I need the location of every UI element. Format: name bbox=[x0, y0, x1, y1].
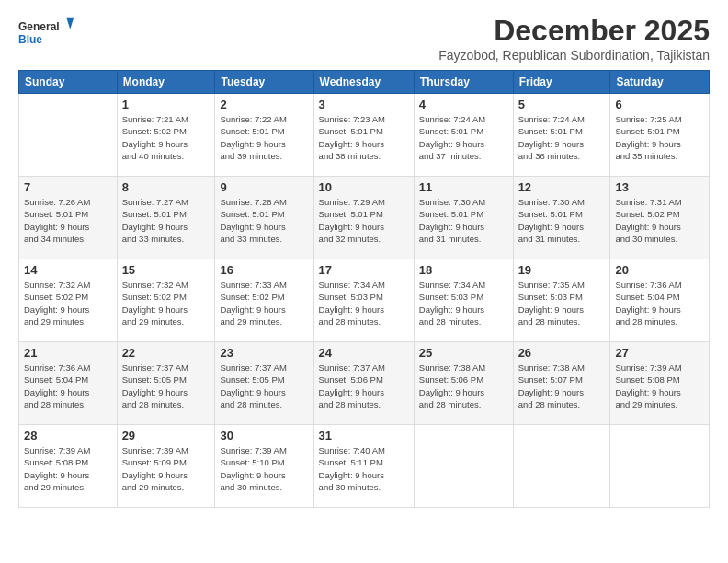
day-info: Sunrise: 7:25 AM Sunset: 5:01 PM Dayligh… bbox=[615, 113, 704, 162]
day-cell: 26Sunrise: 7:38 AM Sunset: 5:07 PM Dayli… bbox=[513, 342, 610, 425]
day-cell bbox=[414, 425, 513, 508]
day-cell: 7Sunrise: 7:26 AM Sunset: 5:01 PM Daylig… bbox=[19, 177, 118, 259]
svg-text:Blue: Blue bbox=[18, 33, 42, 46]
day-cell: 17Sunrise: 7:34 AM Sunset: 5:03 PM Dayli… bbox=[313, 259, 414, 342]
day-number: 29 bbox=[122, 429, 210, 442]
day-number: 19 bbox=[518, 263, 606, 277]
week-row-1: 1Sunrise: 7:21 AM Sunset: 5:02 PM Daylig… bbox=[19, 94, 710, 177]
day-info: Sunrise: 7:31 AM Sunset: 5:02 PM Dayligh… bbox=[615, 196, 704, 245]
svg-marker-2 bbox=[67, 18, 74, 29]
day-info: Sunrise: 7:30 AM Sunset: 5:01 PM Dayligh… bbox=[419, 196, 508, 245]
day-cell: 9Sunrise: 7:28 AM Sunset: 5:01 PM Daylig… bbox=[215, 177, 313, 259]
day-info: Sunrise: 7:36 AM Sunset: 5:04 PM Dayligh… bbox=[615, 279, 704, 327]
day-cell: 19Sunrise: 7:35 AM Sunset: 5:03 PM Dayli… bbox=[513, 259, 610, 342]
day-number: 23 bbox=[220, 346, 308, 360]
day-cell: 21Sunrise: 7:36 AM Sunset: 5:04 PM Dayli… bbox=[19, 342, 118, 425]
day-cell: 29Sunrise: 7:39 AM Sunset: 5:09 PM Dayli… bbox=[117, 425, 215, 508]
day-info: Sunrise: 7:29 AM Sunset: 5:01 PM Dayligh… bbox=[319, 196, 409, 245]
day-info: Sunrise: 7:22 AM Sunset: 5:01 PM Dayligh… bbox=[220, 113, 308, 162]
day-number: 2 bbox=[220, 98, 308, 111]
header: General Blue December 2025 Fayzobod, Rep… bbox=[18, 14, 710, 63]
day-number: 6 bbox=[615, 98, 704, 111]
weekday-header-sunday: Sunday bbox=[19, 71, 118, 94]
day-number: 16 bbox=[220, 263, 308, 277]
logo: General Blue bbox=[18, 14, 74, 51]
weekday-header-friday: Friday bbox=[513, 71, 610, 94]
week-row-4: 21Sunrise: 7:36 AM Sunset: 5:04 PM Dayli… bbox=[19, 342, 710, 425]
day-cell: 31Sunrise: 7:40 AM Sunset: 5:11 PM Dayli… bbox=[313, 425, 414, 508]
day-number: 27 bbox=[615, 346, 704, 360]
day-info: Sunrise: 7:23 AM Sunset: 5:01 PM Dayligh… bbox=[319, 113, 409, 162]
day-cell bbox=[610, 425, 710, 508]
day-number: 26 bbox=[518, 346, 606, 360]
day-cell: 8Sunrise: 7:27 AM Sunset: 5:01 PM Daylig… bbox=[117, 177, 215, 259]
page: General Blue December 2025 Fayzobod, Rep… bbox=[0, 0, 728, 563]
day-cell: 18Sunrise: 7:34 AM Sunset: 5:03 PM Dayli… bbox=[414, 259, 513, 342]
day-number: 15 bbox=[122, 263, 210, 277]
day-number: 11 bbox=[419, 180, 508, 194]
day-number: 20 bbox=[615, 263, 704, 277]
day-info: Sunrise: 7:34 AM Sunset: 5:03 PM Dayligh… bbox=[419, 279, 508, 327]
day-cell: 14Sunrise: 7:32 AM Sunset: 5:02 PM Dayli… bbox=[19, 259, 118, 342]
day-info: Sunrise: 7:37 AM Sunset: 5:05 PM Dayligh… bbox=[122, 362, 210, 410]
day-info: Sunrise: 7:30 AM Sunset: 5:01 PM Dayligh… bbox=[518, 196, 606, 245]
day-number: 3 bbox=[319, 98, 409, 111]
day-info: Sunrise: 7:35 AM Sunset: 5:03 PM Dayligh… bbox=[518, 279, 606, 327]
day-number: 24 bbox=[319, 346, 409, 360]
month-title: December 2025 bbox=[438, 14, 710, 48]
week-row-5: 28Sunrise: 7:39 AM Sunset: 5:08 PM Dayli… bbox=[19, 425, 710, 508]
day-number: 12 bbox=[518, 180, 606, 194]
day-number: 18 bbox=[419, 263, 508, 277]
day-number: 4 bbox=[419, 98, 508, 111]
day-cell: 10Sunrise: 7:29 AM Sunset: 5:01 PM Dayli… bbox=[313, 177, 414, 259]
day-number: 14 bbox=[24, 263, 112, 277]
day-cell: 2Sunrise: 7:22 AM Sunset: 5:01 PM Daylig… bbox=[215, 94, 313, 177]
day-info: Sunrise: 7:36 AM Sunset: 5:04 PM Dayligh… bbox=[24, 362, 112, 410]
weekday-header-row: SundayMondayTuesdayWednesdayThursdayFrid… bbox=[19, 71, 710, 94]
day-info: Sunrise: 7:21 AM Sunset: 5:02 PM Dayligh… bbox=[122, 113, 210, 162]
day-cell bbox=[19, 94, 118, 177]
day-cell bbox=[513, 425, 610, 508]
day-cell: 13Sunrise: 7:31 AM Sunset: 5:02 PM Dayli… bbox=[610, 177, 710, 259]
day-cell: 23Sunrise: 7:37 AM Sunset: 5:05 PM Dayli… bbox=[215, 342, 313, 425]
day-number: 9 bbox=[220, 180, 308, 194]
title-block: December 2025 Fayzobod, Republican Subor… bbox=[438, 14, 710, 63]
calendar: SundayMondayTuesdayWednesdayThursdayFrid… bbox=[18, 70, 710, 508]
day-cell: 16Sunrise: 7:33 AM Sunset: 5:02 PM Dayli… bbox=[215, 259, 313, 342]
day-info: Sunrise: 7:32 AM Sunset: 5:02 PM Dayligh… bbox=[24, 279, 112, 327]
day-info: Sunrise: 7:32 AM Sunset: 5:02 PM Dayligh… bbox=[122, 279, 210, 327]
day-info: Sunrise: 7:28 AM Sunset: 5:01 PM Dayligh… bbox=[220, 196, 308, 245]
day-cell: 3Sunrise: 7:23 AM Sunset: 5:01 PM Daylig… bbox=[313, 94, 414, 177]
weekday-header-saturday: Saturday bbox=[610, 71, 710, 94]
week-row-3: 14Sunrise: 7:32 AM Sunset: 5:02 PM Dayli… bbox=[19, 259, 710, 342]
day-info: Sunrise: 7:34 AM Sunset: 5:03 PM Dayligh… bbox=[319, 279, 409, 327]
day-number: 13 bbox=[615, 180, 704, 194]
day-cell: 1Sunrise: 7:21 AM Sunset: 5:02 PM Daylig… bbox=[117, 94, 215, 177]
day-cell: 22Sunrise: 7:37 AM Sunset: 5:05 PM Dayli… bbox=[117, 342, 215, 425]
day-info: Sunrise: 7:38 AM Sunset: 5:06 PM Dayligh… bbox=[419, 362, 508, 410]
day-number: 1 bbox=[122, 98, 210, 111]
logo-svg: General Blue bbox=[18, 14, 74, 51]
day-cell: 6Sunrise: 7:25 AM Sunset: 5:01 PM Daylig… bbox=[610, 94, 710, 177]
day-cell: 20Sunrise: 7:36 AM Sunset: 5:04 PM Dayli… bbox=[610, 259, 710, 342]
day-number: 30 bbox=[220, 429, 308, 442]
day-number: 8 bbox=[122, 180, 210, 194]
day-cell: 12Sunrise: 7:30 AM Sunset: 5:01 PM Dayli… bbox=[513, 177, 610, 259]
day-number: 22 bbox=[122, 346, 210, 360]
weekday-header-tuesday: Tuesday bbox=[215, 71, 313, 94]
day-info: Sunrise: 7:26 AM Sunset: 5:01 PM Dayligh… bbox=[24, 196, 112, 245]
day-cell: 28Sunrise: 7:39 AM Sunset: 5:08 PM Dayli… bbox=[19, 425, 118, 508]
day-cell: 15Sunrise: 7:32 AM Sunset: 5:02 PM Dayli… bbox=[117, 259, 215, 342]
day-cell: 24Sunrise: 7:37 AM Sunset: 5:06 PM Dayli… bbox=[313, 342, 414, 425]
day-info: Sunrise: 7:39 AM Sunset: 5:10 PM Dayligh… bbox=[220, 444, 308, 493]
day-info: Sunrise: 7:33 AM Sunset: 5:02 PM Dayligh… bbox=[220, 279, 308, 327]
day-info: Sunrise: 7:24 AM Sunset: 5:01 PM Dayligh… bbox=[518, 113, 606, 162]
weekday-header-wednesday: Wednesday bbox=[313, 71, 414, 94]
day-number: 7 bbox=[24, 180, 112, 194]
day-number: 31 bbox=[319, 429, 409, 442]
week-row-2: 7Sunrise: 7:26 AM Sunset: 5:01 PM Daylig… bbox=[19, 177, 710, 259]
day-cell: 27Sunrise: 7:39 AM Sunset: 5:08 PM Dayli… bbox=[610, 342, 710, 425]
day-number: 25 bbox=[419, 346, 508, 360]
day-info: Sunrise: 7:38 AM Sunset: 5:07 PM Dayligh… bbox=[518, 362, 606, 410]
day-cell: 30Sunrise: 7:39 AM Sunset: 5:10 PM Dayli… bbox=[215, 425, 313, 508]
